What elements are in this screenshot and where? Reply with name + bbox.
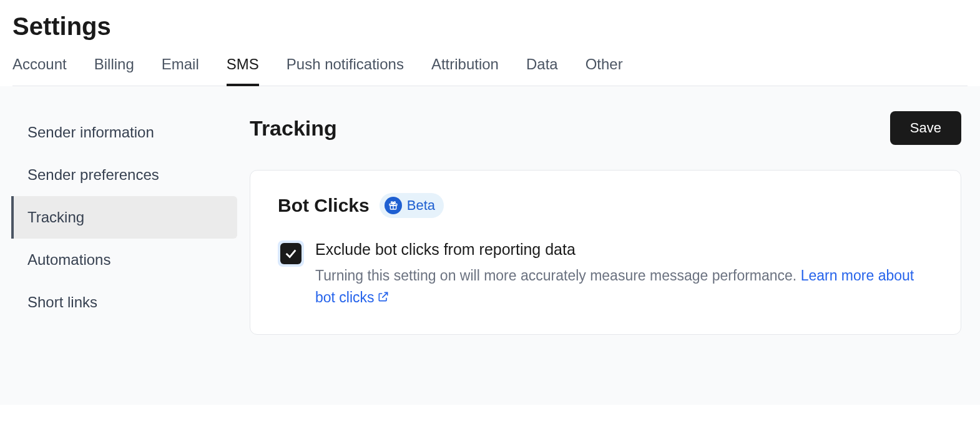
sidebar-item-tracking[interactable]: Tracking [11, 196, 237, 239]
tab-push-notifications[interactable]: Push notifications [287, 56, 404, 86]
checkbox-description: Turning this setting on will more accura… [315, 265, 933, 309]
bot-clicks-card: Bot Clicks Beta [250, 170, 961, 335]
gift-icon [385, 197, 402, 214]
exclude-bot-clicks-checkbox[interactable] [280, 243, 301, 264]
body: Sender information Sender preferences Tr… [0, 86, 980, 405]
card-title-row: Bot Clicks Beta [278, 193, 933, 218]
tab-account[interactable]: Account [12, 56, 67, 86]
description-text: Turning this setting on will more accura… [315, 267, 801, 284]
section-title: Tracking [250, 116, 337, 141]
checkbox-row: Exclude bot clicks from reporting data T… [278, 240, 933, 309]
checkbox-content: Exclude bot clicks from reporting data T… [315, 240, 933, 309]
checkbox-focus-ring [278, 240, 304, 267]
main-header: Tracking Save [250, 111, 961, 145]
main: Tracking Save Bot Clicks B [250, 111, 980, 405]
page-title: Settings [12, 12, 968, 41]
sidebar-item-short-links[interactable]: Short links [11, 281, 237, 324]
sidebar-item-sender-preferences[interactable]: Sender preferences [11, 154, 237, 196]
save-button[interactable]: Save [890, 111, 961, 145]
card-title: Bot Clicks [278, 195, 370, 216]
tabs: Account Billing Email SMS Push notificat… [12, 56, 968, 86]
beta-label: Beta [407, 197, 435, 214]
checkbox-label: Exclude bot clicks from reporting data [315, 240, 933, 259]
external-link-icon [377, 287, 390, 309]
tab-data[interactable]: Data [526, 56, 558, 86]
tab-attribution[interactable]: Attribution [431, 56, 499, 86]
header: Settings Account Billing Email SMS Push … [0, 0, 980, 86]
sidebar-item-automations[interactable]: Automations [11, 239, 237, 281]
sidebar-item-sender-information[interactable]: Sender information [11, 111, 237, 154]
check-icon [284, 247, 298, 260]
tab-sms[interactable]: SMS [227, 56, 259, 86]
tab-billing[interactable]: Billing [94, 56, 134, 86]
tab-email[interactable]: Email [162, 56, 199, 86]
sidebar: Sender information Sender preferences Tr… [0, 111, 250, 405]
beta-badge: Beta [380, 193, 444, 218]
tab-other[interactable]: Other [586, 56, 623, 86]
